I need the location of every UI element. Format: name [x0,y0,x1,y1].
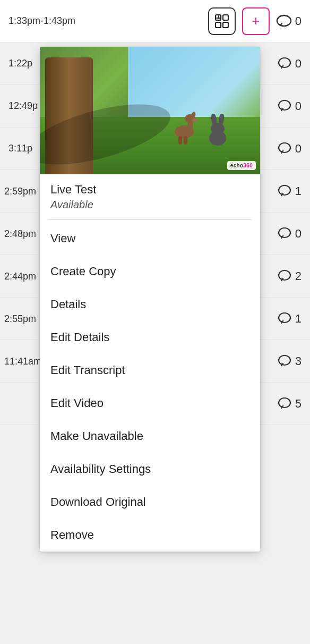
edit-video-button[interactable]: Edit Video [40,387,260,420]
comment-icon [278,185,292,198]
deer-figure [170,103,199,145]
row-time: 1:22p [8,58,32,69]
svg-point-21 [279,270,290,280]
comment-count: 2 [295,269,302,283]
comment-count: 0 [295,57,302,71]
header-time: 1:33pm-1:43pm [8,15,75,27]
view-button[interactable]: View [40,222,260,255]
remove-button[interactable]: Remove [40,519,260,552]
comment-icon [278,100,292,113]
svg-point-6 [279,100,290,110]
comment-icon [278,355,292,368]
svg-point-24 [279,398,290,408]
row-time: 12:49p [8,100,38,112]
download-original-button[interactable]: Download Original [40,486,260,519]
comment-count: 0 [295,227,302,241]
edit-transcript-button[interactable]: Edit Transcript [40,354,260,387]
grid-icon-button[interactable] [208,7,236,35]
svg-point-22 [279,313,290,323]
svg-point-4 [277,15,291,26]
comment-icon [278,142,292,155]
svg-rect-14 [184,136,187,145]
svg-point-23 [279,355,290,365]
comment-icon [278,397,292,410]
menu-divider [48,219,252,220]
create-copy-button[interactable]: Create Copy [40,255,260,288]
rabbit-figure [204,114,231,149]
plus-icon-button[interactable]: + [242,7,270,35]
availability-settings-button[interactable]: Availability Settings [40,453,260,486]
svg-point-16 [211,123,225,134]
svg-point-7 [279,143,290,152]
left-times: 2:59pm 2:48pm 2:44pm 2:55pm 11:41am [0,170,42,383]
context-menu: echo360 Live Test Available View Create … [40,47,260,552]
comment-button[interactable]: 0 [276,14,302,29]
video-thumbnail: echo360 [40,47,260,174]
svg-point-19 [279,185,290,195]
svg-point-5 [279,58,290,67]
header-row: 1:33pm-1:43pm + 0 [0,0,310,43]
svg-rect-9 [187,121,193,133]
comment-icon [278,57,292,70]
comment-count: 0 [295,142,302,156]
svg-point-12 [192,118,197,122]
comment-count: 0 [295,99,302,113]
echo360-number: 360 [243,163,253,168]
svg-rect-1 [223,15,228,20]
comment-count: 3 [295,354,302,368]
make-unavailable-button[interactable]: Make Unavailable [40,420,260,453]
echo-text: echo [230,163,244,168]
edit-details-button[interactable]: Edit Details [40,321,260,354]
details-button[interactable]: Details [40,288,260,321]
media-status: Available [40,199,260,217]
comment-icon [278,312,292,325]
svg-point-20 [279,228,290,238]
row-right: 0 [278,142,302,156]
comment-icon [278,270,292,283]
svg-rect-2 [216,22,221,28]
echo360-badge: echo360 [227,161,256,170]
header-comment-count: 0 [295,14,302,28]
row-time: 3:11p [8,143,32,154]
comment-count: 1 [295,184,302,198]
header-icons: + 0 [208,7,302,35]
svg-rect-3 [223,22,228,28]
plus-symbol: + [252,13,260,29]
row-right: 0 [278,57,302,71]
svg-rect-13 [178,136,182,145]
row-right: 0 [278,99,302,113]
comment-count: 5 [295,397,302,411]
media-title: Live Test [40,174,260,199]
comment-count: 1 [295,312,302,326]
comment-icon [278,227,292,240]
